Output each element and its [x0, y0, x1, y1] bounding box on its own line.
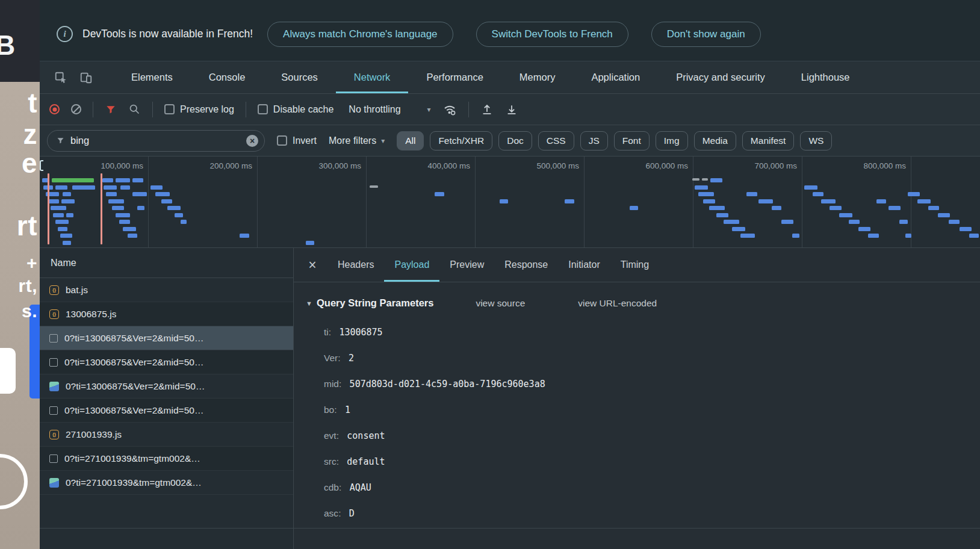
panel-tab[interactable]: Memory	[501, 61, 574, 93]
resource-type-pill[interactable]: CSS	[538, 131, 574, 150]
request-row[interactable]: 0?ti=13006875&Ver=2&mid=50…	[40, 326, 293, 350]
resource-type-pill[interactable]: All	[397, 131, 424, 150]
param-value: D	[349, 508, 355, 519]
resource-type-icon	[49, 334, 58, 343]
resource-type-icon	[49, 309, 59, 319]
request-row[interactable]: 0?ti=13006875&Ver=2&mid=50…	[40, 399, 293, 423]
page-photo-fragment: tzert+rt,s.	[0, 82, 40, 549]
param-key: Ver	[324, 353, 341, 363]
network-toolbar: Preserve log Disable cache No throttling…	[40, 94, 980, 125]
resource-type-pill[interactable]: Media	[694, 131, 736, 150]
network-conditions-icon[interactable]	[442, 102, 457, 117]
request-row[interactable]: 0?ti=13006875&Ver=2&mid=50…	[40, 350, 293, 374]
overview-selection-handle[interactable]	[40, 160, 43, 171]
view-url-encoded-link[interactable]: view URL-encoded	[578, 298, 657, 309]
detail-tab[interactable]: Payload	[384, 248, 439, 282]
inspect-element-icon[interactable]	[48, 66, 73, 89]
chevron-down-icon: ▾	[381, 137, 385, 145]
view-source-link[interactable]: view source	[476, 298, 525, 309]
preserve-log-toggle[interactable]: Preserve log	[164, 104, 234, 115]
resource-type-pill[interactable]: WS	[800, 131, 832, 150]
section-title[interactable]: Query String Parameters	[317, 297, 433, 309]
record-network-log-button[interactable]	[49, 104, 60, 114]
resource-type-pill[interactable]: JS	[580, 131, 608, 150]
request-row[interactable]: 0?ti=271001939&tm=gtm002&…	[40, 447, 293, 471]
request-row[interactable]: 13006875.js	[40, 302, 293, 326]
disable-cache-toggle[interactable]: Disable cache	[258, 104, 334, 115]
screenshot-root: B tzert+rt,s. i DevTools is now availabl…	[0, 0, 980, 549]
export-har-icon[interactable]	[505, 103, 518, 116]
panel-tab[interactable]: Lighthouse	[783, 61, 868, 93]
detail-tabs: HeadersPayloadPreviewResponseInitiatorTi…	[327, 248, 659, 282]
panel-tab[interactable]: Application	[573, 61, 658, 93]
param-value: default	[347, 456, 385, 467]
disclosure-triangle-icon[interactable]: ▼	[306, 300, 317, 307]
detail-tab[interactable]: Initiator	[558, 248, 610, 282]
network-filter-bar: × Invert More filters ▾ AllFetch/XHRDocC…	[40, 125, 980, 157]
panel-tab[interactable]: Elements	[113, 61, 191, 93]
detail-tab[interactable]: Timing	[610, 248, 659, 282]
clear-filter-icon[interactable]: ×	[246, 135, 258, 147]
param-value: 1	[345, 405, 350, 415]
panel-tab[interactable]: Sources	[263, 61, 336, 93]
param-key: evt	[324, 430, 339, 441]
resource-type-icon	[49, 382, 59, 391]
resource-type-pill[interactable]: Img	[656, 131, 688, 150]
network-filter-input[interactable]	[70, 135, 241, 146]
more-filters-dropdown[interactable]: More filters ▾	[329, 135, 385, 146]
request-name: 0?ti=13006875&Ver=2&mid=50…	[64, 357, 203, 368]
device-toolbar-icon[interactable]	[73, 66, 99, 89]
import-har-icon[interactable]	[480, 103, 494, 116]
invert-filter-toggle[interactable]: Invert	[277, 135, 317, 146]
param-key: bo	[324, 405, 337, 415]
panel-tab[interactable]: Network	[336, 61, 409, 93]
devtools-panel: i DevTools is now available in French! A…	[40, 0, 980, 549]
infobar-button[interactable]: Don't show again	[651, 22, 761, 47]
page-text-fragment: rt,	[19, 276, 38, 296]
page-text-fragment: +	[26, 253, 37, 273]
network-overview-timeline[interactable]: 100,000 ms200,000 ms300,000 ms400,000 ms…	[40, 157, 980, 248]
detail-tab[interactable]: Preview	[439, 248, 494, 282]
resource-type-pill[interactable]: Doc	[498, 131, 532, 150]
panel-tab[interactable]: Console	[191, 61, 264, 93]
resource-type-pill[interactable]: Fetch/XHR	[430, 131, 492, 150]
throttling-select[interactable]: No throttling ▾	[349, 104, 430, 115]
query-param-row: Ver 2	[324, 351, 980, 365]
disable-cache-checkbox[interactable]	[258, 104, 268, 114]
request-row[interactable]: 271001939.js	[40, 423, 293, 447]
infobar-button[interactable]: Always match Chrome's language	[267, 22, 453, 47]
request-name: 0?ti=271001939&tm=gtm002&…	[64, 453, 200, 464]
panel-tab[interactable]: Privacy and security	[658, 61, 783, 93]
panel-tab[interactable]: Performance	[408, 61, 501, 93]
payload-pane: ▼ Query String Parameters view source vi…	[294, 282, 980, 549]
page-text-fragment: s.	[22, 301, 37, 321]
request-name: bat.js	[66, 285, 88, 296]
detail-tab[interactable]: Response	[494, 248, 558, 282]
resource-type-icon	[49, 285, 59, 295]
query-param-row: src default	[324, 454, 980, 469]
resource-type-pill[interactable]: Font	[614, 131, 650, 150]
detail-tab[interactable]: Headers	[327, 248, 384, 282]
filter-toggle-icon[interactable]	[105, 104, 117, 116]
query-param-row: cdb AQAU	[324, 480, 980, 495]
page-text-fragment: z	[23, 118, 38, 150]
request-rows: bat.js 13006875.js 0?ti=13006875&Ver=2&m…	[40, 278, 293, 549]
close-icon[interactable]: ×	[301, 248, 324, 282]
name-column-header[interactable]: Name	[40, 248, 293, 278]
panel-tabs: ElementsConsoleSourcesNetworkPerformance…	[113, 61, 868, 93]
request-row[interactable]: 0?ti=13006875&Ver=2&mid=50…	[40, 374, 293, 399]
page-text-fragment: e	[22, 147, 37, 179]
page-white-card	[0, 348, 16, 394]
background-page-strip: B tzert+rt,s.	[0, 0, 40, 549]
toolbar-divider	[152, 102, 153, 117]
clear-network-log-icon[interactable]	[71, 104, 81, 114]
invert-checkbox[interactable]	[277, 135, 287, 146]
search-icon[interactable]	[128, 103, 141, 116]
request-row[interactable]: bat.js	[40, 278, 293, 302]
infobar-button[interactable]: Switch DevTools to French	[476, 22, 628, 47]
resource-type-pill[interactable]: Manifest	[742, 131, 795, 150]
preserve-log-checkbox[interactable]	[164, 104, 175, 114]
filter-input-box[interactable]: ×	[47, 130, 265, 152]
request-row[interactable]: 0?ti=271001939&tm=gtm002&…	[40, 471, 293, 495]
page-header-fragment: B	[0, 0, 40, 82]
